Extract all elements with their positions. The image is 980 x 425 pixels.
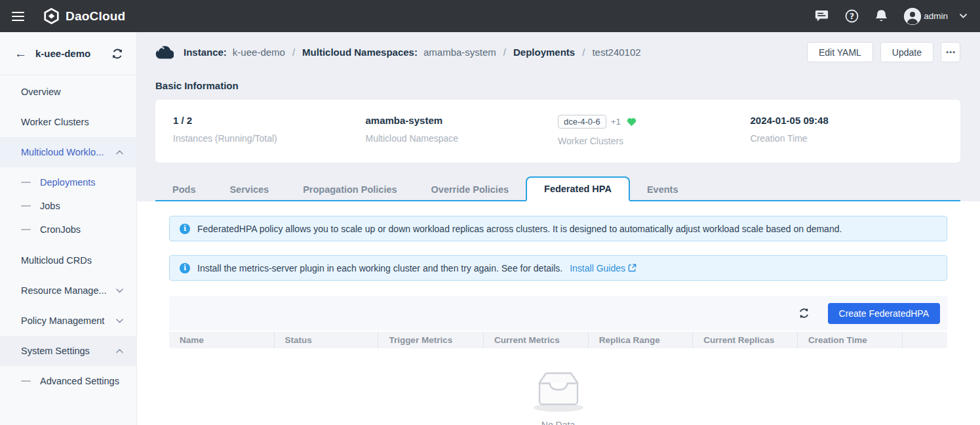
namespace-label: Multicloud Namespace <box>366 133 559 144</box>
cloud-icon <box>155 45 174 59</box>
bell-icon[interactable] <box>875 9 888 23</box>
creation-time-value: 2024-01-05 09:48 <box>751 115 943 126</box>
create-federatedhpa-button[interactable]: Create FederatedHPA <box>828 303 940 324</box>
username[interactable]: admin <box>924 11 948 21</box>
workspace-name: k-uee-demo <box>35 48 103 59</box>
menu-icon[interactable] <box>12 12 24 21</box>
avatar[interactable] <box>904 8 921 25</box>
detail-tabs: Pods Services Propagation Policies Overr… <box>155 176 960 201</box>
table-header-actions <box>902 332 947 348</box>
sidebar-item-label: CronJobs <box>40 224 81 235</box>
update-button[interactable]: Update <box>880 42 933 62</box>
instances-value: 1 / 2 <box>173 115 366 126</box>
sidebar-item-advanced-settings[interactable]: Advanced Settings <box>0 369 136 393</box>
table-header-creation-time: Creation Time <box>797 332 902 348</box>
breadcrumb-namespaces-label: Multicloud Namespaces: <box>302 47 418 58</box>
empty-text: No Data <box>541 420 575 425</box>
main-content: Instance: k-uee-demo / Multicloud Namesp… <box>137 32 980 425</box>
sidebar-item-cronjobs[interactable]: CronJobs <box>0 218 136 241</box>
sidebar-item-worker-clusters[interactable]: Worker Clusters <box>0 107 136 137</box>
sidebar-group-resource-management[interactable]: Resource Manage... <box>0 275 136 306</box>
dash-icon <box>21 380 31 382</box>
empty-state: No Data <box>169 371 947 425</box>
worker-clusters-label: Worker Clusters <box>558 136 751 146</box>
field-worker-clusters: dce-4-0-6 +1 Worker Clusters <box>558 115 751 146</box>
sidebar-item-deployments[interactable]: Deployments <box>0 171 136 194</box>
table-header-trigger-metrics: Trigger Metrics <box>378 332 483 348</box>
tab-override-policies[interactable]: Override Policies <box>414 178 526 200</box>
sidebar-item-multicloud-crds[interactable]: Multicloud CRDs <box>0 245 136 275</box>
sidebar-item-label: Multicloud Worklo... <box>21 147 104 157</box>
sidebar-item-label: Policy Management <box>21 315 104 326</box>
breadcrumb-instance-label: Instance: <box>184 47 227 58</box>
tab-federated-hpa[interactable]: Federated HPA <box>526 176 630 201</box>
breadcrumb-section[interactable]: Deployments <box>513 47 575 58</box>
breadcrumb-separator: / <box>503 47 506 58</box>
info-icon: i <box>180 263 190 273</box>
chevron-up-icon <box>116 150 123 155</box>
sidebar-item-label: Overview <box>21 87 60 97</box>
topbar: DaoCloud ? <box>0 0 980 32</box>
daocloud-logo-icon <box>43 8 60 24</box>
tab-propagation-policies[interactable]: Propagation Policies <box>286 178 414 200</box>
sidebar-item-label: Jobs <box>40 201 60 211</box>
brand-logo[interactable]: DaoCloud <box>43 8 125 24</box>
install-guides-label[interactable]: Install Guides <box>570 263 625 273</box>
dash-icon <box>21 229 31 230</box>
sidebar-item-label: Deployments <box>40 177 96 188</box>
breadcrumb-separator: / <box>292 47 295 58</box>
edit-yaml-button[interactable]: Edit YAML <box>807 42 873 62</box>
sidebar-item-label: Multicloud CRDs <box>21 255 92 266</box>
sidebar-group-system-settings[interactable]: System Settings <box>0 336 136 366</box>
chat-icon[interactable] <box>815 10 829 22</box>
sidebar-group-multicloud-workloads[interactable]: Multicloud Worklo... <box>0 137 136 167</box>
switch-workspace-icon[interactable] <box>111 49 123 59</box>
policy-banner-text: FederatedHPA policy allows you to scale … <box>197 224 842 234</box>
cluster-extra-count[interactable]: +1 <box>611 117 621 127</box>
dash-icon <box>21 182 31 183</box>
cluster-tag: dce-4-0-6 <box>558 115 606 129</box>
breadcrumb-separator: / <box>582 47 585 58</box>
table-toolbar: Create FederatedHPA <box>169 296 947 331</box>
user-menu[interactable]: admin <box>904 8 967 25</box>
tab-services[interactable]: Services <box>212 178 286 200</box>
breadcrumb-namespaces-value[interactable]: amamba-system <box>423 47 496 58</box>
field-namespace: amamba-system Multicloud Namespace <box>366 115 559 146</box>
policy-info-banner: i FederatedHPA policy allows you to scal… <box>169 216 947 241</box>
sidebar-group-policy-management[interactable]: Policy Management <box>0 306 136 336</box>
brand-name: DaoCloud <box>66 9 125 24</box>
help-icon[interactable]: ? <box>845 9 859 23</box>
sidebar-header: ← k-uee-demo <box>0 32 136 75</box>
table-header: Name Status Trigger Metrics Current Metr… <box>169 331 947 348</box>
svg-text:?: ? <box>850 11 854 21</box>
info-icon: i <box>180 224 190 234</box>
sidebar-item-overview[interactable]: Overview <box>0 77 136 107</box>
install-guides-link[interactable]: Install Guides <box>570 263 637 273</box>
breadcrumb-instance-value[interactable]: k-uee-demo <box>233 47 285 58</box>
table-header-replica-range: Replica Range <box>588 332 693 348</box>
external-link-icon <box>628 264 637 272</box>
sidebar-item-label: Advanced Settings <box>40 376 119 386</box>
field-instances: 1 / 2 Instances (Running/Total) <box>173 115 366 146</box>
sidebar-item-label: Worker Clusters <box>21 117 89 127</box>
instances-label: Instances (Running/Total) <box>173 133 366 144</box>
refresh-icon[interactable] <box>798 307 810 319</box>
chevron-up-icon <box>116 349 123 354</box>
table-header-status: Status <box>274 332 378 348</box>
back-icon[interactable]: ← <box>14 47 27 60</box>
metrics-banner-text: Install the metrics-server plugin in eac… <box>197 263 562 273</box>
basic-information-title: Basic Information <box>137 80 980 91</box>
breadcrumb-resource: test240102 <box>592 47 640 58</box>
more-actions-button[interactable]: ⋯ <box>941 42 960 62</box>
sidebar-item-jobs[interactable]: Jobs <box>0 194 136 218</box>
creation-time-label: Creation Time <box>751 133 943 144</box>
table-header-current-replicas: Current Replicas <box>692 332 797 348</box>
sidebar-item-label: System Settings <box>21 346 90 356</box>
tab-events[interactable]: Events <box>630 178 696 200</box>
federated-hpa-panel: i FederatedHPA policy allows you to scal… <box>137 201 980 425</box>
sidebar: ← k-uee-demo Overview Worker Clusters Mu… <box>0 32 137 425</box>
tab-pods[interactable]: Pods <box>155 178 212 200</box>
chevron-down-icon[interactable] <box>960 14 967 18</box>
table-header-name: Name <box>169 332 274 348</box>
field-creation-time: 2024-01-05 09:48 Creation Time <box>751 115 943 146</box>
